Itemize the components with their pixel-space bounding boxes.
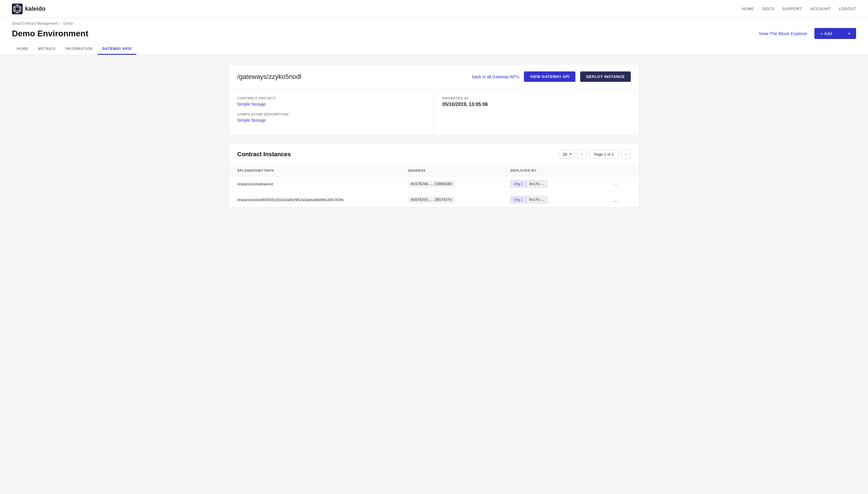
breadcrumb-current: Demo — [63, 21, 73, 25]
row-actions-1: … — [613, 181, 631, 187]
org-badge-2: Org 1 — [510, 196, 526, 203]
chevron-down-icon: ▾ — [848, 32, 850, 36]
breadcrumb: Smart Contract Management > Demo — [12, 21, 856, 25]
logo-text: kaleido — [25, 5, 45, 12]
gateway-card: /gateways/zzyko5nodl back to all Gateway… — [229, 64, 639, 136]
instances-header: Contract Instances 10 25 50 ‹ Page 1 of … — [229, 144, 639, 165]
main-content: /gateways/zzyko5nodl back to all Gateway… — [217, 55, 651, 224]
table-row: /instances/helloworld 0x57824b...5386626… — [229, 176, 639, 192]
deployed-by-cell-2: Org 1 0x1fe.. — [510, 196, 613, 203]
header: kaleido HOME DOCS SUPPORT ACCOUNT LOGOUT — [0, 0, 868, 18]
deployed-by-cell-1: Org 1 0x1fe.. — [510, 180, 613, 188]
sub-header: Smart Contract Management > Demo Demo En… — [0, 18, 868, 55]
compilation-description-label: COMPILATION DESCRIPTION — [237, 113, 426, 116]
nav-home[interactable]: HOME — [742, 6, 754, 11]
table-row: /instances/0xbf835551002a0a802952a3abea9… — [229, 192, 639, 207]
page-title: Demo Environment — [12, 29, 89, 38]
org-badge-1: Org 1 — [510, 180, 526, 188]
compilation-description-value[interactable]: Simple Storage — [237, 118, 426, 122]
per-page-select[interactable]: 10 25 50 — [560, 150, 575, 158]
col-deployed-by: DEPLOYED BY — [510, 169, 613, 172]
page-title-row: Demo Environment View The Block Explorer… — [12, 28, 856, 39]
tabs: HOME METRICS INFORMATION GATEWAY APIS — [12, 44, 856, 55]
gateway-header: /gateways/zzyko5nodl back to all Gateway… — [229, 64, 639, 89]
instances-card: Contract Instances 10 25 50 ‹ Page 1 of … — [229, 143, 639, 208]
promoted-at-section: PROMOTED AT 05/10/2019, 13:05:06 — [434, 89, 639, 136]
pagination-controls: 10 25 50 ‹ Page 1 of 1 › — [560, 149, 631, 159]
col-actions — [613, 169, 631, 172]
top-nav: HOME DOCS SUPPORT ACCOUNT LOGOUT — [742, 6, 856, 11]
org-addr-2: 0x1fe.. — [526, 196, 548, 203]
add-button-label: + Add — [820, 31, 832, 36]
promoted-at-value: 05/10/2019, 13:05:06 — [442, 102, 631, 107]
endpoint-path-1: /instances/helloworld — [237, 182, 408, 186]
add-button[interactable]: + Add ▾ — [814, 28, 856, 39]
nav-docs[interactable]: DOCS — [762, 6, 774, 11]
page-info: Page 1 of 1 — [589, 150, 619, 158]
tab-information[interactable]: INFORMATION — [60, 44, 98, 55]
tab-home[interactable]: HOME — [12, 44, 33, 55]
col-api-endpoint: API ENDPOINT PATH — [237, 169, 408, 172]
logo-icon — [12, 4, 23, 14]
page-actions: View The Block Explorer + Add ▾ — [759, 28, 856, 39]
deploy-instance-button[interactable]: DEPLOY INSTANCE — [580, 72, 631, 82]
breadcrumb-parent[interactable]: Smart Contract Management — [12, 21, 58, 25]
address-badge-1: 0x57824b...53866269 — [408, 180, 455, 187]
back-to-gateways-link[interactable]: back to all Gateway API's — [472, 74, 520, 79]
view-gateway-api-button[interactable]: VIEW GATEWAY API — [524, 72, 575, 82]
row-actions-2: … — [613, 197, 631, 203]
more-options-button-2[interactable]: … — [613, 197, 619, 203]
address-badge-2: 0xbf8355...385763fe — [408, 196, 455, 203]
contract-project-label: CONTRACT PROJECT — [237, 96, 426, 100]
next-page-button[interactable]: › — [621, 149, 631, 159]
breadcrumb-separator: > — [59, 21, 62, 25]
nav-support[interactable]: SUPPORT — [782, 6, 802, 11]
nav-logout[interactable]: LOGOUT — [839, 6, 856, 11]
promoted-at-label: PROMOTED AT — [442, 96, 631, 100]
tab-gateway-apis[interactable]: GATEWAY APIS — [97, 44, 136, 55]
table-header: API ENDPOINT PATH ADDRESS DEPLOYED BY — [229, 165, 639, 176]
contract-project-section: CONTRACT PROJECT Simple Storage COMPILAT… — [229, 89, 434, 136]
endpoint-path-2: /instances/0xbf835551002a0a802952a3abea9… — [237, 197, 408, 202]
contract-project-value[interactable]: Simple Storage — [237, 102, 426, 107]
prev-page-button[interactable]: ‹ — [577, 149, 587, 159]
tab-metrics[interactable]: METRICS — [33, 44, 60, 55]
nav-account[interactable]: ACCOUNT — [810, 6, 830, 11]
instances-title: Contract Instances — [237, 151, 291, 158]
address-cell-2: 0xbf8355...385763fe — [408, 196, 510, 203]
view-block-explorer-link[interactable]: View The Block Explorer — [759, 31, 807, 36]
gateway-path: /gateways/zzyko5nodl — [237, 73, 301, 81]
logo[interactable]: kaleido — [12, 4, 45, 14]
address-cell-1: 0x57824b...53866269 — [408, 180, 510, 187]
more-options-button-1[interactable]: … — [613, 181, 619, 187]
gateway-actions: back to all Gateway API's VIEW GATEWAY A… — [472, 72, 631, 82]
org-addr-1: 0x1fe.. — [526, 180, 548, 188]
col-address: ADDRESS — [408, 169, 510, 172]
gateway-details: CONTRACT PROJECT Simple Storage COMPILAT… — [229, 89, 639, 136]
